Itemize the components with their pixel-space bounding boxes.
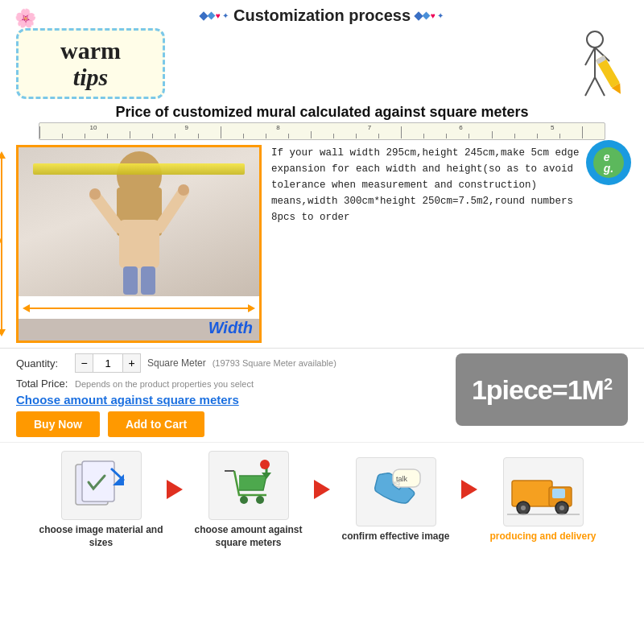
svg-point-15 (178, 184, 189, 196)
step-arrow-3 (458, 481, 481, 497)
ruler-num: 5 (551, 124, 554, 131)
total-price-label: Total Price: (16, 378, 68, 390)
ruler-num: 8 (276, 124, 279, 131)
step-1: choose image material and sizes (39, 451, 163, 549)
svg-rect-31 (512, 481, 552, 506)
svg-rect-16 (123, 266, 138, 295)
wall-background (19, 147, 259, 296)
svg-point-23 (240, 496, 248, 504)
ruler-num: 6 (459, 124, 462, 131)
quantity-available: (19793 Square Meter available) (213, 358, 336, 368)
quantity-label: Quantity: (16, 357, 68, 369)
svg-rect-11 (119, 220, 159, 268)
step-1-icon-box (61, 451, 142, 520)
step-3-label: confirm effective image (341, 530, 449, 543)
wall-image-container: Height (16, 145, 262, 343)
tips-text: tips (31, 64, 150, 90)
svg-point-37 (559, 506, 564, 510)
svg-point-14 (89, 188, 101, 200)
svg-point-24 (256, 496, 264, 504)
qty-input[interactable] (93, 354, 122, 372)
ruler-num: 10 (90, 124, 97, 131)
svg-line-4 (585, 77, 595, 96)
svg-line-13 (159, 192, 184, 228)
svg-text:talk: talk (396, 475, 408, 483)
step-4-icon-box (503, 457, 584, 526)
step-4: producing and delivery (481, 457, 605, 543)
quantity-stepper[interactable]: − + (75, 353, 141, 373)
svg-point-35 (521, 506, 526, 510)
action-buttons: Buy Now Add to Cart (16, 411, 446, 437)
step-4-label: producing and delivery (489, 530, 596, 543)
description-text: If your wall width 295cm,height 245cm,ma… (271, 145, 628, 225)
warm-tips-box: warm tips (16, 28, 165, 99)
step-2-label: choose amount against square meters (186, 524, 311, 549)
qty-plus-button[interactable]: + (122, 354, 140, 372)
tape-measure (33, 163, 245, 175)
svg-rect-33 (552, 489, 565, 498)
buy-now-button[interactable]: Buy Now (16, 411, 100, 437)
step-2-icon-box (208, 451, 289, 520)
warm-text: warm (31, 37, 150, 64)
pencil-figure (545, 25, 621, 118)
svg-point-0 (587, 31, 603, 47)
piece-box: 1piece=1M2 (456, 353, 628, 426)
left-deco: ♥ ✦ (200, 11, 229, 20)
svg-point-27 (260, 460, 270, 469)
width-label: Width (19, 319, 259, 341)
ruler: 10 9 8 7 6 5 (39, 122, 605, 140)
ruler-num: 7 (368, 124, 371, 131)
choose-amount-link[interactable]: Choose amount against square meters (16, 393, 446, 407)
right-deco: ♥ ✦ (415, 11, 444, 20)
step-3: talk confirm effective image (333, 457, 458, 543)
width-arrow (27, 308, 251, 309)
process-steps: choose image material and sizes choose a… (0, 442, 644, 554)
quantity-unit: Square Meter (147, 357, 206, 369)
svg-rect-17 (141, 266, 155, 295)
svg-line-1 (585, 47, 595, 65)
step-2: choose amount against square meters (186, 451, 311, 549)
eg-badge: eg. (586, 140, 631, 185)
description-area: eg. If your wall width 295cm,height 245c… (271, 145, 628, 225)
svg-line-12 (95, 196, 119, 228)
qty-minus-button[interactable]: − (76, 354, 93, 372)
ruler-num: 9 (185, 124, 188, 131)
step-arrow-2 (311, 481, 333, 497)
svg-line-5 (595, 77, 605, 96)
eg-text: eg. (604, 151, 613, 174)
add-to-cart-button[interactable]: Add to Cart (108, 411, 204, 437)
step-arrow-1 (163, 481, 186, 497)
total-price-value: Depends on the product properties you se… (75, 379, 254, 389)
piece-label: 1piece=1M2 (472, 374, 612, 406)
page-title: Customization process (233, 6, 411, 25)
height-label: Height (0, 221, 2, 266)
purchase-controls: Quantity: − + Square Meter (19793 Square… (16, 353, 446, 437)
step-1-label: choose image material and sizes (39, 524, 163, 549)
step-3-icon-box: talk (356, 457, 436, 526)
